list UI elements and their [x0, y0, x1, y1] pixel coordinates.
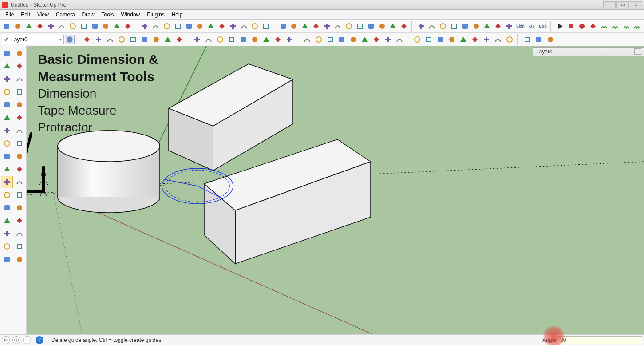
pushpull-icon[interactable] — [79, 21, 89, 32]
tree1-icon[interactable] — [273, 34, 283, 45]
h-orange-icon[interactable] — [226, 34, 237, 45]
skin-icon[interactable]: Skin — [515, 21, 525, 32]
user-icon[interactable]: ☺ — [23, 336, 31, 344]
zoom-tool[interactable] — [1, 214, 13, 227]
paint-group-icon[interactable] — [116, 34, 127, 45]
dot-orange-icon[interactable] — [325, 34, 336, 45]
grass-right-icon[interactable] — [621, 21, 631, 32]
wireframe-icon[interactable] — [449, 21, 459, 32]
r-blue-icon[interactable] — [174, 34, 185, 45]
stack-icon[interactable] — [394, 34, 405, 45]
scene-next-icon[interactable] — [250, 21, 260, 32]
xy-icon[interactable]: X/Y — [526, 21, 537, 32]
rotate-icon[interactable] — [68, 21, 78, 32]
star-icon[interactable] — [105, 34, 115, 45]
look-icon[interactable] — [344, 21, 354, 32]
offset-icon[interactable] — [90, 21, 100, 32]
polygon-icon[interactable] — [151, 21, 161, 32]
rectangle-tool[interactable] — [1, 73, 13, 85]
menu-help[interactable]: Help — [168, 11, 186, 19]
credits-icon[interactable]: ⓘ — [12, 336, 20, 344]
box2-icon[interactable] — [533, 34, 544, 45]
section-tool-tool[interactable] — [13, 189, 25, 201]
cube1-icon[interactable] — [383, 34, 393, 45]
layer-selector[interactable]: ✔Layer0▾ — [2, 35, 64, 44]
pie-tool[interactable] — [13, 111, 25, 124]
text-tool[interactable] — [13, 163, 25, 175]
cube5-icon[interactable] — [446, 34, 457, 45]
rectangle-icon[interactable] — [46, 21, 56, 32]
menu-draw[interactable]: Draw — [79, 11, 98, 19]
footprints-tool[interactable] — [1, 253, 13, 266]
menu-plugins[interactable]: Plugins — [143, 11, 168, 19]
br-blue-icon[interactable] — [203, 34, 214, 45]
flag-icon[interactable] — [336, 34, 347, 45]
tree2-icon[interactable] — [284, 34, 295, 45]
layer-visible-check[interactable]: ✔ — [4, 36, 8, 43]
zoom-window-icon[interactable] — [322, 21, 332, 32]
stop-record-icon[interactable] — [566, 21, 576, 32]
cube4-icon[interactable] — [435, 34, 446, 45]
pushpull-tool[interactable] — [13, 137, 25, 150]
maximize-button[interactable]: ▭ — [616, 1, 629, 8]
position-camera-icon[interactable] — [355, 21, 365, 32]
panel2-icon[interactable] — [481, 34, 492, 45]
eraser-icon[interactable] — [162, 21, 172, 32]
play-icon[interactable] — [555, 21, 565, 32]
scale-tool[interactable] — [1, 137, 13, 150]
look-tool[interactable] — [13, 227, 25, 240]
zoom-extents-icon[interactable] — [311, 21, 321, 32]
dimension-icon[interactable] — [184, 21, 194, 32]
bub-icon[interactable]: Bub — [537, 21, 548, 32]
rt-blue-icon[interactable] — [192, 34, 202, 45]
circle-small-icon[interactable] — [238, 34, 249, 45]
close-button[interactable]: ✕ — [630, 1, 642, 8]
position-tool[interactable] — [1, 227, 13, 240]
section-icon[interactable] — [228, 21, 238, 32]
hidden-line-icon[interactable] — [399, 21, 409, 32]
rotate-view-tool[interactable] — [13, 253, 25, 266]
layer-manager-icon[interactable] — [65, 35, 75, 44]
text-icon[interactable] — [195, 21, 205, 32]
scene-prev-icon[interactable] — [239, 21, 249, 32]
shaded-tex-icon[interactable] — [427, 21, 437, 32]
axes-icon[interactable] — [217, 21, 227, 32]
move-tool[interactable] — [1, 124, 13, 137]
style2-icon[interactable] — [482, 21, 492, 32]
menu-view[interactable]: View — [34, 11, 52, 19]
freehand-icon[interactable] — [24, 21, 34, 32]
monochrome-icon[interactable] — [438, 21, 448, 32]
walk-icon[interactable] — [333, 21, 343, 32]
grass-mid-icon[interactable] — [610, 21, 620, 32]
tape-measure-tool[interactable] — [1, 163, 13, 175]
back-edges-icon[interactable] — [460, 21, 470, 32]
protractor-tool-tool[interactable] — [1, 176, 13, 188]
cube2-icon[interactable] — [412, 34, 423, 45]
move-axis-icon[interactable] — [35, 21, 45, 32]
select-arrow-icon[interactable] — [2, 21, 12, 32]
house-orange-icon[interactable] — [360, 34, 370, 45]
grass-left-icon[interactable] — [599, 21, 609, 32]
cube3-icon[interactable] — [423, 34, 434, 45]
cross-icon[interactable] — [261, 34, 272, 45]
help-icon[interactable]: ? — [36, 336, 43, 344]
pause-icon[interactable] — [313, 34, 324, 45]
orbit-tool[interactable] — [1, 202, 13, 214]
arc-tool[interactable] — [13, 86, 25, 98]
follow-me-icon[interactable] — [112, 21, 122, 32]
style3-icon[interactable] — [493, 21, 503, 32]
globe-icon[interactable] — [504, 34, 515, 45]
dimension-tool-tool[interactable] — [13, 176, 25, 188]
box3-icon[interactable] — [545, 34, 556, 45]
fog-icon[interactable] — [377, 21, 387, 32]
vcb-input[interactable] — [558, 336, 642, 344]
protractor-icon[interactable] — [206, 21, 216, 32]
style4-icon[interactable] — [504, 21, 514, 32]
eye-tool[interactable] — [13, 240, 25, 253]
xray-icon[interactable] — [388, 21, 398, 32]
shaded-icon[interactable] — [416, 21, 426, 32]
2pt-arc-icon[interactable] — [140, 21, 150, 32]
curve-tool[interactable] — [1, 111, 13, 124]
walk-tool-tool[interactable] — [1, 240, 13, 253]
minimize-button[interactable]: — — [603, 1, 616, 8]
